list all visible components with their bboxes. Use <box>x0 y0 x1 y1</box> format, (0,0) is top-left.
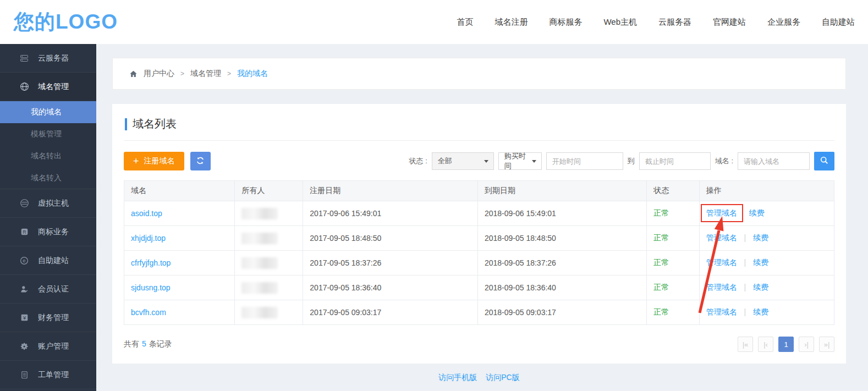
selfsite-icon: e <box>19 256 29 265</box>
domain-filter-label: 域名 : <box>715 156 733 166</box>
sidebar-subitem-label: 我的域名 <box>31 107 62 117</box>
next-page-button[interactable]: ›| <box>799 337 814 352</box>
renew-link[interactable]: 续费 <box>753 307 768 316</box>
sidebar-subitem-my-domains[interactable]: 我的域名 <box>0 101 96 123</box>
refresh-icon <box>196 156 205 167</box>
sidebar-item-label: 云服务器 <box>38 53 69 63</box>
reg-date: 2017-09-06 15:49:01 <box>303 201 478 226</box>
sidebar-item-self-site[interactable]: e 自助建站 <box>0 246 96 275</box>
register-domain-button[interactable]: + 注册域名 <box>124 152 184 170</box>
host-icon <box>19 199 29 208</box>
status-badge: 正常 <box>653 283 669 291</box>
sidebar-subitem-template-manage[interactable]: 模板管理 <box>0 123 96 145</box>
first-page-button[interactable]: |« <box>738 337 753 352</box>
action-separator: | <box>744 307 746 316</box>
domain-link[interactable]: sjdusng.top <box>131 283 171 292</box>
refresh-button[interactable] <box>190 152 211 170</box>
exp-date: 2018-09-05 18:48:50 <box>477 226 646 251</box>
domain-link[interactable]: bcvfh.com <box>131 308 166 317</box>
sidebar-item-label: 工单管理 <box>38 370 69 380</box>
renew-link[interactable]: 续费 <box>753 233 768 242</box>
nav-domain-register[interactable]: 域名注册 <box>495 17 528 27</box>
sidebar-item-virtual-host[interactable]: 虚拟主机 <box>0 189 96 218</box>
domain-link[interactable]: xhjdjdj.top <box>131 234 166 243</box>
sidebar-item-trademark[interactable]: R 商标业务 <box>0 218 96 246</box>
owner-redacted <box>241 307 278 318</box>
nav-home[interactable]: 首页 <box>457 17 473 27</box>
renew-link[interactable]: 续费 <box>753 283 768 291</box>
start-date-input[interactable] <box>546 152 623 170</box>
nav-web-hosting[interactable]: Web主机 <box>603 17 637 27</box>
nav-enterprise-service[interactable]: 企业服务 <box>767 17 800 27</box>
sidebar-item-label: 自助建站 <box>38 256 69 266</box>
breadcrumb-current[interactable]: 我的域名 <box>237 69 268 79</box>
renew-link[interactable]: 续费 <box>749 208 765 217</box>
col-domain: 域名 <box>124 181 235 201</box>
manage-domain-link[interactable]: 管理域名 <box>706 283 737 291</box>
breadcrumb-user-center[interactable]: 用户中心 <box>144 69 174 79</box>
status-select-value: 全部 <box>438 156 452 166</box>
owner-redacted <box>241 257 278 269</box>
sidebar-item-finance[interactable]: ¥ 财务管理 <box>0 304 96 332</box>
mobile-version-link[interactable]: 访问手机版 <box>438 373 477 382</box>
record-count: 5 <box>142 339 146 348</box>
sidebar-subitem-transfer-in[interactable]: 域名转入 <box>0 167 96 189</box>
status-badge: 正常 <box>653 307 669 316</box>
renew-link[interactable]: 续费 <box>753 258 768 267</box>
sidebar-subitem-label: 模板管理 <box>31 129 62 139</box>
nav-trademark-service[interactable]: 商标服务 <box>549 17 582 27</box>
page-1-button[interactable]: 1 <box>778 337 794 352</box>
breadcrumb-domain-manage[interactable]: 域名管理 <box>190 69 221 79</box>
domain-link[interactable]: asoid.top <box>131 209 162 218</box>
svg-text:R: R <box>23 229 26 235</box>
exp-date: 2018-09-05 18:37:26 <box>477 251 646 276</box>
server-icon <box>19 54 29 63</box>
yen-icon: ¥ <box>19 313 29 322</box>
panel-title-row: 域名列表 <box>124 115 834 141</box>
reg-date: 2017-09-05 18:36:40 <box>303 276 478 300</box>
record-count-prefix: 共有 <box>124 339 139 348</box>
manage-domain-link[interactable]: 管理域名 <box>706 208 737 217</box>
exp-date: 2018-09-05 18:36:40 <box>477 276 646 300</box>
site-footer: 访问手机版 访问PC版 <box>112 373 846 383</box>
exp-date: 2018-09-06 15:49:01 <box>477 201 646 226</box>
nav-official-site[interactable]: 官网建站 <box>713 17 746 27</box>
site-logo[interactable]: 您的LOGO <box>14 8 118 36</box>
col-owner: 所有人 <box>235 181 303 201</box>
sidebar-item-cloud-server[interactable]: 云服务器 <box>0 44 96 73</box>
domain-link[interactable]: cfrfyjfgh.top <box>131 258 171 267</box>
sidebar: 云服务器 域名管理 我的域名 模板管理 域名转出 域名转入 虚拟主机 <box>0 44 96 391</box>
status-badge: 正常 <box>653 208 669 217</box>
sidebar-item-ticket[interactable]: 工单管理 <box>0 361 96 389</box>
domain-list-panel: 域名列表 + 注册域名 状态 : <box>112 104 846 364</box>
svg-text:e: e <box>23 257 25 263</box>
time-type-select[interactable]: 购买时间 <box>498 152 542 170</box>
ticket-icon <box>19 371 29 379</box>
title-accent-bar <box>125 118 127 130</box>
last-page-button[interactable]: »| <box>819 337 834 352</box>
end-date-input[interactable] <box>639 152 711 170</box>
record-count-suffix: 条记录 <box>149 339 172 348</box>
pc-version-link[interactable]: 访问PC版 <box>486 373 519 382</box>
owner-redacted <box>241 282 278 294</box>
col-actions: 操作 <box>699 181 834 201</box>
sidebar-item-domain-manage[interactable]: 域名管理 <box>0 73 96 101</box>
prev-page-button[interactable]: |‹ <box>758 337 773 352</box>
table-row: bcvfh.com 2017-09-05 09:03:17 2018-09-05… <box>124 300 834 325</box>
nav-self-site[interactable]: 自助建站 <box>822 17 855 27</box>
domain-search-input[interactable] <box>738 152 810 170</box>
sidebar-item-account[interactable]: 账户管理 <box>0 332 96 361</box>
reg-date: 2017-09-05 18:48:50 <box>303 226 478 251</box>
sidebar-subitem-transfer-out[interactable]: 域名转出 <box>0 145 96 167</box>
manage-domain-link[interactable]: 管理域名 <box>706 258 737 267</box>
home-icon <box>129 70 138 78</box>
manage-domain-link[interactable]: 管理域名 <box>706 307 737 316</box>
nav-cloud-server[interactable]: 云服务器 <box>658 17 691 27</box>
status-select[interactable]: 全部 <box>432 152 494 170</box>
action-separator: | <box>744 258 746 267</box>
manage-domain-link[interactable]: 管理域名 <box>706 233 737 242</box>
search-button[interactable] <box>814 152 834 170</box>
reg-date: 2017-09-05 18:37:26 <box>303 251 478 276</box>
gear-icon <box>19 342 29 351</box>
sidebar-item-member-auth[interactable]: 会员认证 <box>0 275 96 304</box>
